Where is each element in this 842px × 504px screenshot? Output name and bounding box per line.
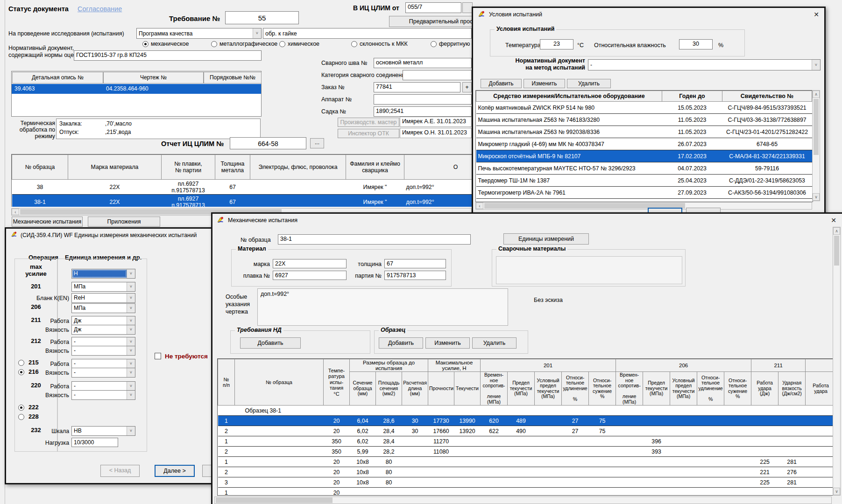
sample-add-button[interactable]: Добавить	[379, 337, 423, 349]
samples-column-header[interactable]: Электроды, флюс, проволока	[250, 155, 346, 180]
results-column-header[interactable]: Относи- тельное удлинение %	[697, 372, 724, 406]
method-doc-combo[interactable]: - ˅	[588, 59, 821, 70]
order-plus-button[interactable]: +	[462, 82, 472, 92]
chevron-down-icon[interactable]: ˅	[127, 346, 135, 355]
results-column-header[interactable]: Предел текучести (МПа)	[643, 372, 670, 406]
table-row[interactable]: 23505,9928,211080393	[218, 447, 836, 457]
results-column-header[interactable]: Работа удара	[806, 372, 836, 406]
results-column-header[interactable]: № образца	[235, 359, 324, 406]
temperature-input[interactable]: 23	[540, 39, 573, 49]
not-required-checkbox[interactable]	[155, 353, 161, 359]
chevron-down-icon[interactable]: ˅	[127, 294, 135, 302]
equipment-column-header[interactable]: Средство измерения/Испытательное оборудо…	[476, 91, 662, 102]
results-column-header[interactable]: Относи- тельное удлинение %	[562, 372, 589, 406]
results-column-header[interactable]: Ударная вязкость (Дж/см2)	[778, 372, 806, 406]
table-row[interactable]: 32010x880225281	[218, 477, 836, 488]
equipment-delete-button[interactable]: Удалить	[567, 79, 611, 88]
grade-input[interactable]: 22Х	[273, 259, 347, 268]
scroll-left-icon[interactable]: ‹	[476, 203, 483, 209]
operation-radio[interactable]	[18, 414, 24, 420]
table-row[interactable]: Печь высокотемпературная MAYTEC НТО-57 №…	[476, 162, 812, 175]
opis-col-header[interactable]: Порядковые №№	[204, 72, 262, 84]
unit-combo[interactable]: -˅	[71, 359, 135, 369]
back-button[interactable]: < Назад	[100, 465, 140, 477]
chevron-down-icon[interactable]: ˅	[127, 269, 135, 278]
table-row[interactable]: 13506,0228,411270396	[218, 436, 836, 447]
results-column-header[interactable]: Времен- ное сопротив- ление (МПа)	[616, 372, 643, 406]
tab-attachments[interactable]: Приложения	[88, 217, 160, 227]
opis-row-selected[interactable]: 39.4063 04.2358.464-960	[12, 84, 261, 94]
thermal-box[interactable]: Закалка: ,70',масло Отпуск: ,215',вода	[56, 119, 261, 139]
scroll-up-icon[interactable]: ∧	[833, 227, 840, 235]
samples-column-header[interactable]: № плавки, № партии	[162, 155, 215, 180]
thickness-input[interactable]: 67	[384, 259, 446, 268]
sample-delete-button[interactable]: Удалить	[472, 337, 517, 349]
unit-combo[interactable]: ReH˅	[71, 293, 135, 303]
sample-edit-button[interactable]: Изменить	[425, 337, 470, 349]
operation-radio[interactable]	[18, 405, 24, 411]
table-row[interactable]: Микрометр гладкий (4-69) мм МК № 4003783…	[476, 138, 812, 150]
norm-doc-input[interactable]: ГОСТ19015-37 гр.8 КП245	[74, 50, 262, 61]
table-row[interactable]: Копёр маятниковый ZWICK RKP 514 № 98015.…	[476, 102, 812, 114]
unit-combo[interactable]: -˅	[71, 390, 135, 400]
results-group-header[interactable]: 201	[481, 359, 616, 372]
test-type-radio[interactable]	[279, 41, 285, 47]
samples-column-header[interactable]: Марка материала	[68, 155, 162, 180]
chevron-down-icon[interactable]: ˅	[812, 60, 820, 70]
opis-col-header[interactable]: Детальная опись №	[12, 72, 103, 84]
opis-col-header[interactable]: Чертеж №	[103, 72, 204, 84]
results-column-header[interactable]: Относи- тельное сужение %	[589, 372, 616, 406]
test-type-radio[interactable]	[351, 41, 357, 47]
unit-combo[interactable]: НВ˅	[71, 426, 135, 436]
results-column-header[interactable]: Условный предел текучести (МПа)	[670, 372, 697, 406]
chevron-down-icon[interactable]: ˅	[127, 368, 135, 377]
research-note-input[interactable]: обр. к гайке	[263, 28, 472, 39]
results-column-header[interactable]: Сечение образца (мм)	[350, 372, 376, 406]
status-link[interactable]: Согласование	[78, 5, 122, 13]
unit-combo[interactable]: Н˅	[71, 269, 135, 279]
results-column-header[interactable]: Времен- ное сопротив- ление (МПа)	[481, 372, 508, 406]
results-column-header[interactable]: Расчетная длина (мм)	[402, 372, 428, 406]
table-row[interactable]: Микроскоп отсчётный МПБ-9 № 8210717.02.2…	[476, 150, 812, 162]
equipment-add-button[interactable]: Добавить	[481, 79, 522, 88]
equipment-column-header[interactable]: Свидетельство №	[722, 91, 812, 102]
scroll-left-icon[interactable]: ‹	[12, 209, 19, 215]
sample-number-input[interactable]: 38-1	[278, 234, 471, 245]
table-row[interactable]: Машина испытательная Z563 № 746183/32801…	[476, 114, 812, 126]
unit-combo[interactable]: -˅	[71, 346, 135, 356]
results-column-header[interactable]: № п/п	[218, 359, 235, 406]
results-group-header[interactable]: 206	[616, 359, 751, 372]
close-icon[interactable]: ✕	[812, 10, 821, 19]
lab-header-input[interactable]: 055/7	[405, 2, 461, 13]
equipment-vscrollbar[interactable]: ∧ ∨	[812, 90, 820, 201]
results-group-header[interactable]	[806, 359, 836, 372]
scroll-down-icon[interactable]: ∨	[813, 193, 820, 201]
table-row[interactable]: 120	[218, 488, 836, 496]
results-group-row[interactable]: Образец 38-1	[218, 406, 836, 416]
chevron-down-icon[interactable]: ˅	[253, 28, 261, 38]
table-row[interactable]: 2206,0228,43017660139206224902775	[218, 426, 836, 436]
chevron-down-icon[interactable]: ˅	[127, 304, 135, 313]
results-column-header[interactable]: Работа удара (Дж)	[751, 372, 778, 406]
samples-column-header[interactable]: Фамилия и клеймо сварщика	[346, 155, 404, 180]
title-bar[interactable]: Механические испытания ✕	[212, 214, 842, 226]
chevron-down-icon[interactable]: ˅	[127, 391, 135, 399]
test-type-radio[interactable]	[431, 41, 437, 47]
master-button[interactable]: Производств. мастер	[338, 118, 399, 127]
scroll-up-icon[interactable]: ∧	[813, 91, 820, 98]
chevron-down-icon[interactable]: ˅	[127, 382, 135, 391]
lab-header-more-button[interactable]	[462, 2, 473, 13]
chevron-down-icon[interactable]: ˅	[127, 337, 135, 346]
nd-add-button[interactable]: Добавить	[240, 337, 301, 349]
sadka-input[interactable]: 1890;2541	[374, 106, 472, 117]
chevron-down-icon[interactable]: ˅	[127, 427, 135, 435]
chevron-down-icon[interactable]: ˅	[127, 282, 135, 291]
scroll-down-icon[interactable]: ∨	[833, 488, 840, 495]
table-row[interactable]: Твердомер ТШ-1М № 138725.04.2023С-ДДЭ/01…	[476, 175, 812, 187]
results-column-header[interactable]: Площадь сечения (мм2)	[376, 372, 402, 406]
weld-seam-input[interactable]: основной металл	[374, 58, 472, 68]
tab-mech-tests[interactable]: Механические испытания	[12, 217, 83, 227]
report-input[interactable]: 664-58	[230, 137, 306, 149]
results-column-header[interactable]: Прочности	[428, 372, 454, 406]
results-column-header[interactable]: Темпе- ратура испы- тания °С	[324, 359, 350, 406]
